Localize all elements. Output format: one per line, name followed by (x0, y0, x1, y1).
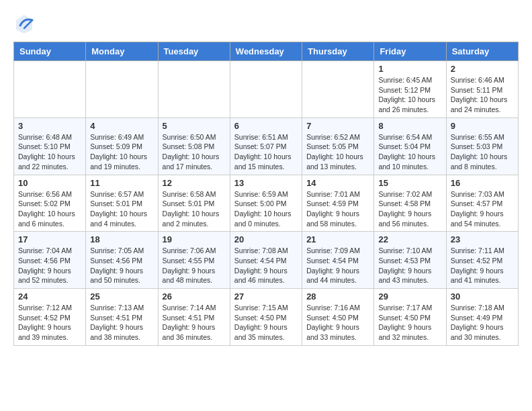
day-number: 22 (378, 234, 441, 244)
day-number: 12 (163, 178, 226, 188)
calendar-cell: 16Sunrise: 7:03 AM Sunset: 4:57 PM Dayli… (446, 175, 518, 232)
calendar-cell: 13Sunrise: 6:59 AM Sunset: 5:00 PM Dayli… (230, 175, 302, 232)
calendar-cell: 12Sunrise: 6:58 AM Sunset: 5:01 PM Dayli… (158, 175, 230, 232)
day-info: Sunrise: 6:51 AM Sunset: 5:07 PM Dayligh… (234, 132, 298, 172)
day-number: 6 (234, 121, 298, 131)
day-info: Sunrise: 7:05 AM Sunset: 4:56 PM Dayligh… (90, 246, 153, 285)
svg-marker-0 (16, 15, 32, 34)
day-info: Sunrise: 7:04 AM Sunset: 4:56 PM Dayligh… (18, 246, 81, 285)
day-info: Sunrise: 6:55 AM Sunset: 5:03 PM Dayligh… (451, 132, 514, 172)
weekday-header: Friday (374, 42, 446, 61)
calendar-cell: 2Sunrise: 6:46 AM Sunset: 5:11 PM Daylig… (446, 61, 518, 118)
day-info: Sunrise: 6:59 AM Sunset: 5:00 PM Dayligh… (234, 189, 298, 229)
day-info: Sunrise: 6:46 AM Sunset: 5:11 PM Dayligh… (451, 75, 514, 115)
calendar: SundayMondayTuesdayWednesdayThursdayFrid… (13, 42, 519, 346)
calendar-cell: 28Sunrise: 7:16 AM Sunset: 4:50 PM Dayli… (302, 289, 374, 346)
day-info: Sunrise: 7:08 AM Sunset: 4:54 PM Dayligh… (234, 246, 298, 285)
calendar-cell: 14Sunrise: 7:01 AM Sunset: 4:59 PM Dayli… (302, 175, 374, 232)
calendar-cell: 29Sunrise: 7:17 AM Sunset: 4:50 PM Dayli… (374, 289, 446, 346)
weekday-header: Wednesday (230, 42, 302, 61)
calendar-cell: 26Sunrise: 7:14 AM Sunset: 4:51 PM Dayli… (158, 289, 230, 346)
day-number: 17 (18, 234, 81, 244)
day-number: 30 (451, 291, 514, 302)
day-number: 3 (18, 121, 81, 131)
day-info: Sunrise: 7:13 AM Sunset: 4:51 PM Dayligh… (90, 303, 153, 342)
weekday-row: SundayMondayTuesdayWednesdayThursdayFrid… (14, 42, 519, 61)
calendar-cell: 5Sunrise: 6:50 AM Sunset: 5:08 PM Daylig… (158, 118, 230, 175)
calendar-week: 3Sunrise: 6:48 AM Sunset: 5:10 PM Daylig… (14, 118, 519, 175)
day-info: Sunrise: 6:54 AM Sunset: 5:04 PM Dayligh… (378, 132, 441, 172)
day-info: Sunrise: 7:03 AM Sunset: 4:57 PM Dayligh… (451, 189, 514, 229)
day-number: 27 (234, 291, 298, 302)
day-number: 24 (18, 291, 81, 302)
day-number: 9 (451, 121, 514, 131)
calendar-week: 17Sunrise: 7:04 AM Sunset: 4:56 PM Dayli… (14, 232, 519, 289)
day-number: 23 (451, 234, 514, 244)
day-info: Sunrise: 6:48 AM Sunset: 5:10 PM Dayligh… (18, 132, 81, 172)
calendar-cell: 9Sunrise: 6:55 AM Sunset: 5:03 PM Daylig… (446, 118, 518, 175)
logo (13, 13, 38, 35)
calendar-week: 1Sunrise: 6:45 AM Sunset: 5:12 PM Daylig… (14, 61, 519, 118)
day-info: Sunrise: 6:52 AM Sunset: 5:05 PM Dayligh… (306, 132, 369, 172)
day-number: 21 (306, 234, 369, 244)
day-info: Sunrise: 7:11 AM Sunset: 4:52 PM Dayligh… (451, 246, 514, 285)
day-number: 20 (234, 234, 298, 244)
day-number: 28 (306, 291, 369, 302)
calendar-cell: 23Sunrise: 7:11 AM Sunset: 4:52 PM Dayli… (446, 232, 518, 289)
calendar-cell: 15Sunrise: 7:02 AM Sunset: 4:58 PM Dayli… (374, 175, 446, 232)
day-info: Sunrise: 6:57 AM Sunset: 5:01 PM Dayligh… (90, 189, 153, 229)
calendar-week: 10Sunrise: 6:56 AM Sunset: 5:02 PM Dayli… (14, 175, 519, 232)
day-number: 19 (163, 234, 226, 244)
day-number: 11 (90, 178, 153, 188)
day-number: 2 (451, 64, 514, 74)
calendar-cell: 19Sunrise: 7:06 AM Sunset: 4:55 PM Dayli… (158, 232, 230, 289)
day-info: Sunrise: 7:06 AM Sunset: 4:55 PM Dayligh… (163, 246, 226, 285)
day-number: 14 (306, 178, 369, 188)
calendar-cell: 24Sunrise: 7:12 AM Sunset: 4:52 PM Dayli… (14, 289, 86, 346)
calendar-cell: 8Sunrise: 6:54 AM Sunset: 5:04 PM Daylig… (374, 118, 446, 175)
day-number: 4 (90, 121, 153, 131)
calendar-cell: 10Sunrise: 6:56 AM Sunset: 5:02 PM Dayli… (14, 175, 86, 232)
day-number: 10 (18, 178, 81, 188)
calendar-cell: 22Sunrise: 7:10 AM Sunset: 4:53 PM Dayli… (374, 232, 446, 289)
calendar-body: 1Sunrise: 6:45 AM Sunset: 5:12 PM Daylig… (14, 61, 519, 346)
calendar-cell: 25Sunrise: 7:13 AM Sunset: 4:51 PM Dayli… (86, 289, 158, 346)
day-info: Sunrise: 7:18 AM Sunset: 4:49 PM Dayligh… (451, 303, 514, 342)
day-info: Sunrise: 6:49 AM Sunset: 5:09 PM Dayligh… (90, 132, 153, 172)
day-number: 18 (90, 234, 153, 244)
calendar-cell (230, 61, 302, 118)
day-number: 7 (306, 121, 369, 131)
day-info: Sunrise: 7:15 AM Sunset: 4:50 PM Dayligh… (234, 303, 298, 342)
calendar-cell: 17Sunrise: 7:04 AM Sunset: 4:56 PM Dayli… (14, 232, 86, 289)
calendar-header: SundayMondayTuesdayWednesdayThursdayFrid… (14, 42, 519, 61)
calendar-cell: 7Sunrise: 6:52 AM Sunset: 5:05 PM Daylig… (302, 118, 374, 175)
day-info: Sunrise: 7:14 AM Sunset: 4:51 PM Dayligh… (163, 303, 226, 342)
day-number: 25 (90, 291, 153, 302)
calendar-cell (86, 61, 158, 118)
day-number: 15 (378, 178, 441, 188)
calendar-cell: 27Sunrise: 7:15 AM Sunset: 4:50 PM Dayli… (230, 289, 302, 346)
day-number: 13 (234, 178, 298, 188)
calendar-cell: 6Sunrise: 6:51 AM Sunset: 5:07 PM Daylig… (230, 118, 302, 175)
calendar-week: 24Sunrise: 7:12 AM Sunset: 4:52 PM Dayli… (14, 289, 519, 346)
day-info: Sunrise: 7:01 AM Sunset: 4:59 PM Dayligh… (306, 189, 369, 229)
calendar-cell (302, 61, 374, 118)
day-info: Sunrise: 7:17 AM Sunset: 4:50 PM Dayligh… (378, 303, 441, 342)
day-number: 8 (378, 121, 441, 131)
day-number: 26 (163, 291, 226, 302)
weekday-header: Saturday (446, 42, 518, 61)
calendar-cell: 4Sunrise: 6:49 AM Sunset: 5:09 PM Daylig… (86, 118, 158, 175)
calendar-cell (158, 61, 230, 118)
day-info: Sunrise: 7:10 AM Sunset: 4:53 PM Dayligh… (378, 246, 441, 285)
calendar-cell: 30Sunrise: 7:18 AM Sunset: 4:49 PM Dayli… (446, 289, 518, 346)
calendar-cell: 21Sunrise: 7:09 AM Sunset: 4:54 PM Dayli… (302, 232, 374, 289)
weekday-header: Thursday (302, 42, 374, 61)
day-number: 29 (378, 291, 441, 302)
calendar-cell: 11Sunrise: 6:57 AM Sunset: 5:01 PM Dayli… (86, 175, 158, 232)
day-info: Sunrise: 6:45 AM Sunset: 5:12 PM Dayligh… (378, 75, 441, 115)
day-info: Sunrise: 7:12 AM Sunset: 4:52 PM Dayligh… (18, 303, 81, 342)
day-info: Sunrise: 6:56 AM Sunset: 5:02 PM Dayligh… (18, 189, 81, 229)
day-info: Sunrise: 7:16 AM Sunset: 4:50 PM Dayligh… (306, 303, 369, 342)
calendar-cell: 20Sunrise: 7:08 AM Sunset: 4:54 PM Dayli… (230, 232, 302, 289)
calendar-cell (14, 61, 86, 118)
